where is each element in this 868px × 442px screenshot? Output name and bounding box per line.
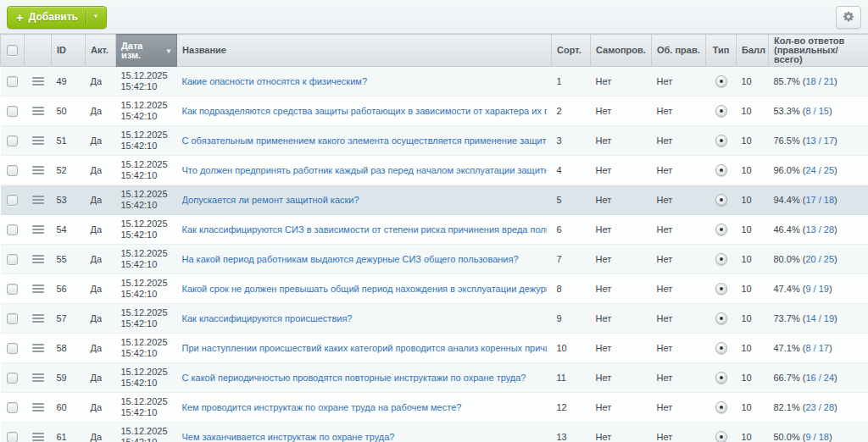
- row-menu-icon[interactable]: [32, 196, 44, 204]
- answers-fraction: 24 / 25: [800, 165, 837, 175]
- question-link[interactable]: Чем заканчивается инструктаж по охране т…: [182, 432, 547, 442]
- row-menu-icon[interactable]: [32, 373, 44, 382]
- answers-fraction-link[interactable]: 20 / 25: [805, 254, 834, 264]
- cell-date: 15.12.202515:42:10: [116, 274, 177, 304]
- column-header-answers[interactable]: Кол-во ответов (правильных/всего): [769, 35, 868, 67]
- row-menu-icon[interactable]: [32, 225, 44, 234]
- grid-settings-button[interactable]: [836, 6, 861, 29]
- column-header-checkbox[interactable]: [1, 35, 25, 67]
- cell-selfcheck: Нет: [591, 126, 652, 156]
- cell-selfcheck: Нет: [591, 363, 652, 393]
- column-header-required[interactable]: Об. прав.: [652, 35, 706, 67]
- row-menu-icon[interactable]: [32, 433, 44, 441]
- column-header-selfcheck[interactable]: Самопров.: [591, 35, 652, 67]
- cell-id: 51: [52, 126, 86, 156]
- question-link[interactable]: При наступлении происшествий каких катег…: [182, 343, 547, 353]
- column-label: Об. прав.: [657, 45, 700, 55]
- answers-fraction-link[interactable]: 8 / 17: [805, 343, 829, 353]
- row-checkbox[interactable]: [7, 106, 18, 117]
- question-link[interactable]: Допускается ли ремонт защитной каски?: [182, 195, 547, 205]
- row-checkbox[interactable]: [7, 343, 18, 354]
- cell-selfcheck: Нет: [591, 393, 652, 423]
- answers-fraction-link[interactable]: 8 / 15: [805, 106, 829, 116]
- cell-answers: 85.7%18 / 21: [769, 67, 868, 97]
- answers-fraction-link[interactable]: 16 / 24: [805, 373, 834, 383]
- radio-button-type-icon: [715, 283, 727, 295]
- time-value: 15:42:10: [121, 378, 172, 389]
- answers-fraction: 16 / 24: [800, 373, 837, 383]
- chevron-down-icon: ▼: [92, 14, 99, 20]
- select-all-checkbox[interactable]: [7, 45, 18, 56]
- question-link[interactable]: Как классифицируются происшествия?: [182, 313, 547, 323]
- cell-type: [706, 97, 737, 126]
- time-value: 15:42:10: [121, 407, 172, 418]
- cell-type: [706, 156, 737, 185]
- row-checkbox[interactable]: [7, 254, 18, 265]
- question-link[interactable]: С обязательным применением какого элемен…: [182, 135, 547, 146]
- radio-button-type-icon: [715, 105, 727, 117]
- cell-id: 56: [52, 274, 86, 304]
- column-header-id[interactable]: ID: [52, 35, 86, 67]
- cell-answers: 66.7%16 / 24: [769, 363, 868, 393]
- question-link[interactable]: Как подразделяются средства защиты работ…: [182, 106, 547, 116]
- answers-fraction-link[interactable]: 9 / 19: [805, 284, 829, 294]
- cell-required: Нет: [652, 245, 706, 274]
- row-menu-icon[interactable]: [32, 77, 44, 86]
- cell-date: 15.12.202515:42:10: [116, 245, 177, 274]
- plus-icon: +: [16, 11, 24, 24]
- row-checkbox[interactable]: [7, 402, 18, 413]
- row-menu-icon[interactable]: [32, 314, 44, 323]
- answers-fraction-link[interactable]: 17 / 18: [805, 195, 834, 205]
- row-checkbox[interactable]: [7, 224, 18, 235]
- cell-checkbox: [1, 423, 25, 442]
- answers-fraction-link[interactable]: 13 / 28: [805, 224, 834, 235]
- question-link[interactable]: С какой периодичностью проводятся повтор…: [182, 373, 547, 383]
- cell-sort: 10: [552, 334, 591, 363]
- row-checkbox[interactable]: [7, 165, 18, 176]
- answers-fraction-link[interactable]: 14 / 19: [805, 313, 834, 323]
- time-value: 15:42:10: [121, 318, 172, 329]
- row-menu-icon[interactable]: [32, 285, 44, 293]
- date-value: 15.12.2025: [121, 248, 172, 259]
- cell-date: 15.12.202515:42:10: [116, 334, 177, 363]
- answers-fraction-link[interactable]: 24 / 25: [805, 165, 834, 175]
- column-header-type[interactable]: Тип: [706, 35, 737, 67]
- row-checkbox[interactable]: [7, 432, 18, 442]
- cell-checkbox: [1, 97, 25, 126]
- row-menu-icon[interactable]: [32, 166, 44, 174]
- answers-fraction-link[interactable]: 9 / 18: [805, 432, 829, 442]
- cell-score: 10: [737, 215, 769, 245]
- answers-fraction-link[interactable]: 23 / 28: [805, 402, 834, 412]
- cell-date: 15.12.202515:42:10: [116, 156, 177, 185]
- column-header-name[interactable]: Название: [177, 35, 552, 67]
- column-header-score[interactable]: Балл: [737, 35, 769, 67]
- answers-fraction-link[interactable]: 13 / 17: [805, 135, 834, 146]
- row-menu-icon[interactable]: [32, 255, 44, 263]
- cell-date: 15.12.202515:42:10: [116, 67, 177, 97]
- column-header-active[interactable]: Акт.: [86, 35, 116, 67]
- row-menu-icon[interactable]: [32, 403, 44, 412]
- row-checkbox[interactable]: [7, 76, 18, 87]
- row-checkbox[interactable]: [7, 373, 18, 384]
- answers-fraction-link[interactable]: 18 / 21: [805, 76, 834, 86]
- add-button[interactable]: + Добавить ▼: [7, 6, 107, 29]
- row-menu-icon[interactable]: [32, 136, 44, 145]
- column-header-date[interactable]: Дата изм.▼: [116, 35, 177, 67]
- row-checkbox[interactable]: [7, 135, 18, 146]
- question-link[interactable]: Кем проводится инструктаж по охране труд…: [182, 402, 547, 412]
- question-link[interactable]: Как классифицируются СИЗ в зависимости о…: [182, 224, 547, 235]
- row-menu-icon[interactable]: [32, 107, 44, 115]
- question-link[interactable]: Какой срок не должен превышать общий пер…: [182, 284, 547, 294]
- question-link[interactable]: На какой период работникам выдаются дежу…: [182, 254, 547, 264]
- question-link[interactable]: Что должен предпринять работник каждый р…: [182, 165, 547, 175]
- time-value: 15:42:10: [121, 141, 172, 152]
- column-header-menu[interactable]: [25, 35, 52, 67]
- row-checkbox[interactable]: [7, 313, 18, 324]
- column-header-sort[interactable]: Сорт.: [552, 35, 591, 67]
- cell-sort: 12: [552, 393, 591, 423]
- date-value: 15.12.2025: [121, 278, 172, 289]
- question-link[interactable]: Какие опасности относятся к физическим?: [182, 76, 547, 86]
- row-checkbox[interactable]: [7, 195, 18, 206]
- row-menu-icon[interactable]: [32, 344, 44, 352]
- row-checkbox[interactable]: [7, 284, 18, 295]
